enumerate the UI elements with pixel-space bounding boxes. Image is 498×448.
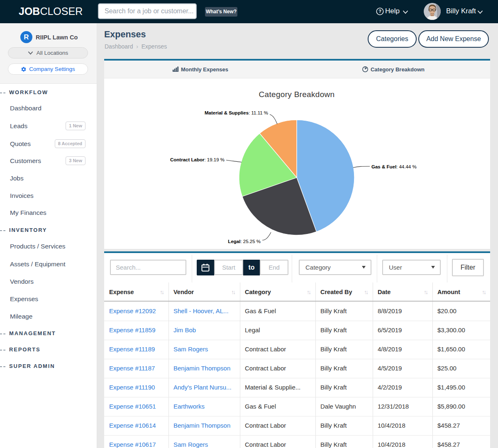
svg-text:Contract Labor: 19.19 %: Contract Labor: 19.19 %	[170, 157, 225, 162]
svg-text:?: ?	[378, 9, 381, 14]
svg-text:Category Breakdown: Category Breakdown	[259, 90, 335, 99]
svg-text:Material & Supplies: 11.11 %: Material & Supplies: 11.11 %	[205, 110, 268, 115]
svg-text:Legal: 25.25 %: Legal: 25.25 %	[228, 239, 261, 244]
svg-text:Gas & Fuel: 44.44 %: Gas & Fuel: 44.44 %	[371, 164, 417, 169]
